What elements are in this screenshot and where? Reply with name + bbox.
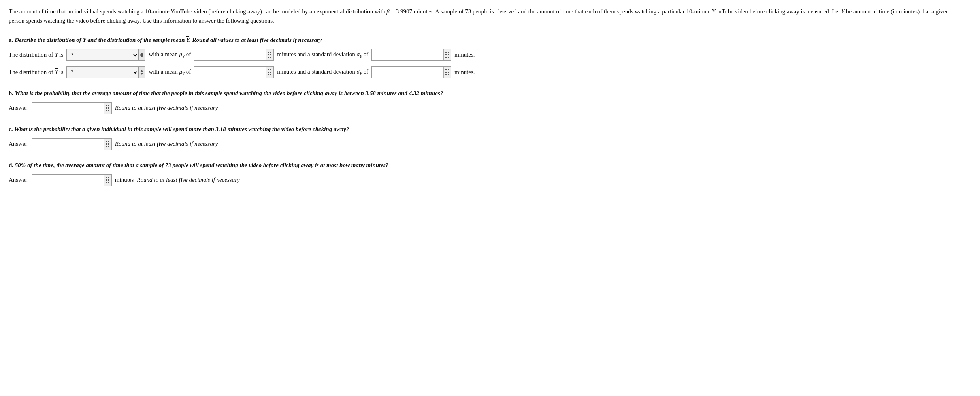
section-c-answer-wrapper[interactable]: [32, 138, 112, 150]
dot: [108, 177, 109, 178]
dot: [108, 143, 109, 145]
dist-y-mean-input[interactable]: [194, 49, 266, 60]
grid-dots-icon: [445, 69, 449, 75]
dot: [108, 179, 109, 181]
dot: [108, 110, 109, 111]
dot: [106, 143, 107, 145]
dist-y-std-grid-icon[interactable]: [443, 49, 451, 60]
dot: [268, 74, 269, 75]
grid-dots-icon: [106, 105, 110, 111]
dist-y-std-label: minutes and a standard deviation σY of: [277, 51, 368, 58]
section-c-answer-label: Answer:: [9, 141, 29, 147]
section-d-grid-icon[interactable]: [104, 175, 111, 186]
section-d-label: d.: [9, 162, 13, 168]
dot: [270, 72, 271, 73]
dot: [268, 72, 269, 73]
dot: [445, 72, 447, 73]
section-c-answer-row: Answer: Round to at least five decimals …: [9, 138, 971, 150]
grid-dots-icon: [268, 69, 272, 75]
dot: [268, 57, 269, 58]
dot: [268, 69, 269, 70]
dist-y-end: minutes.: [454, 51, 475, 58]
dot: [268, 52, 269, 53]
section-c-label: c.: [9, 126, 13, 132]
dist-ybar-label: The distribution of Y is: [9, 69, 63, 75]
dist-ybar-dropdown-wrapper[interactable]: ? Exponential Normal Uniform Binomial: [66, 66, 145, 78]
dot: [108, 182, 109, 183]
dist-y-label: The distribution of Y is: [9, 51, 63, 58]
dist-y-dropdown-wrapper[interactable]: ? Exponential Normal Uniform Binomial: [66, 49, 145, 61]
section-b-answer-wrapper[interactable]: [32, 102, 112, 114]
dot: [448, 74, 449, 75]
dot: [106, 177, 107, 178]
dist-y-mean-label: with a mean μY of: [149, 51, 191, 58]
section-d-title: d. 50% of the time, the average amount o…: [9, 162, 971, 169]
section-b-answer-input[interactable]: [32, 103, 104, 114]
dot: [270, 52, 271, 53]
distribution-y-row: The distribution of Y is ? Exponential N…: [9, 49, 971, 61]
dist-y-std-input-wrapper[interactable]: [371, 49, 451, 61]
dot: [106, 107, 107, 109]
section-d-answer-input[interactable]: [32, 175, 104, 186]
section-d-answer-label: Answer:: [9, 177, 29, 183]
dot: [106, 146, 107, 147]
dot: [270, 74, 271, 75]
dot: [106, 105, 107, 106]
arrow-down-icon: [140, 55, 143, 57]
dist-ybar-mean-input[interactable]: [194, 67, 266, 78]
dot: [445, 69, 447, 70]
dot: [270, 69, 271, 70]
dot: [106, 141, 107, 142]
dot: [445, 52, 447, 53]
distribution-ybar-row: The distribution of Y is ? Exponential N…: [9, 66, 971, 78]
dist-ybar-dropdown-arrow: [138, 67, 145, 78]
arrow-up-icon: [140, 53, 143, 55]
section-d-minutes-label: minutes: [115, 177, 134, 183]
dist-ybar-mean-grid-icon[interactable]: [266, 67, 273, 78]
dot: [106, 182, 107, 183]
section-d-answer-wrapper[interactable]: [32, 174, 112, 186]
dot: [268, 54, 269, 55]
dist-y-mean-input-wrapper[interactable]: [194, 49, 274, 61]
arrow-down-icon: [140, 73, 143, 75]
dot: [448, 72, 449, 73]
section-c-answer-input[interactable]: [32, 139, 104, 150]
dist-ybar-std-grid-icon[interactable]: [443, 67, 451, 78]
section-b-title: b. What is the probability that the aver…: [9, 90, 971, 97]
section-b-round-note: Round to at least five decimals if neces…: [115, 105, 218, 111]
grid-dots-icon: [106, 177, 110, 183]
dist-y-dropdown[interactable]: ? Exponential Normal Uniform Binomial: [67, 49, 138, 60]
dist-y-mean-grid-icon[interactable]: [266, 49, 273, 60]
dot: [108, 107, 109, 109]
arrow-up-icon: [140, 70, 143, 72]
section-b-grid-icon[interactable]: [104, 103, 111, 114]
dist-ybar-std-input[interactable]: [372, 67, 443, 78]
dist-ybar-mean-input-wrapper[interactable]: [194, 66, 274, 78]
dot: [448, 57, 449, 58]
dot: [448, 69, 449, 70]
dot: [448, 54, 449, 55]
section-c-round-note: Round to at least five decimals if neces…: [115, 141, 218, 147]
dist-y-std-input[interactable]: [372, 49, 443, 60]
dot: [106, 179, 107, 181]
section-b: b. What is the probability that the aver…: [9, 90, 971, 114]
dot: [448, 52, 449, 53]
dist-y-dropdown-arrow: [138, 49, 145, 60]
section-d-answer-row: Answer: minutes Round to at least five d…: [9, 174, 971, 186]
dot: [108, 105, 109, 106]
dot: [106, 110, 107, 111]
dot: [445, 57, 447, 58]
dot: [270, 57, 271, 58]
section-a-title: a. Describe the distribution of Y and th…: [9, 37, 971, 43]
section-c: c. What is the probability that a given …: [9, 126, 971, 150]
section-d: d. 50% of the time, the average amount o…: [9, 162, 971, 186]
dot: [445, 54, 447, 55]
dist-ybar-dropdown[interactable]: ? Exponential Normal Uniform Binomial: [67, 67, 138, 78]
dist-ybar-std-input-wrapper[interactable]: [371, 66, 451, 78]
dist-ybar-end: minutes.: [454, 69, 475, 75]
dot: [270, 54, 271, 55]
intro-paragraph: The amount of time that an individual sp…: [9, 7, 965, 26]
dot: [108, 141, 109, 142]
dot: [108, 146, 109, 147]
section-c-grid-icon[interactable]: [104, 139, 111, 150]
